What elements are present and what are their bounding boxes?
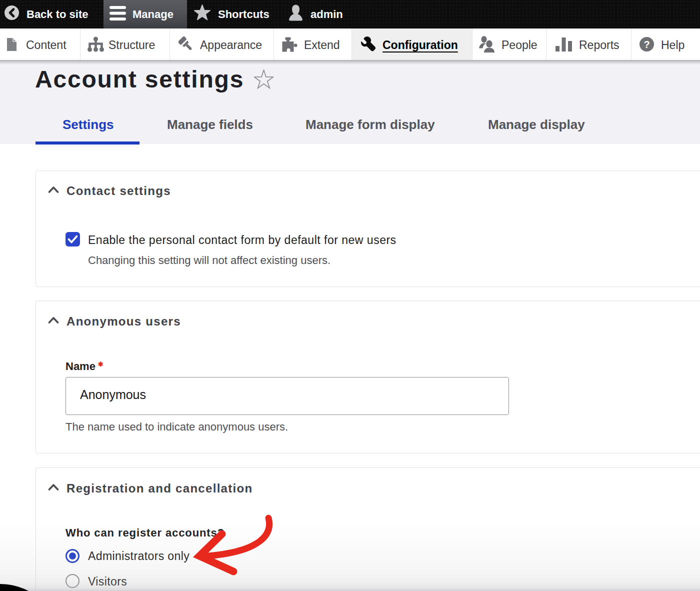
svg-text:?: ?: [644, 39, 650, 50]
